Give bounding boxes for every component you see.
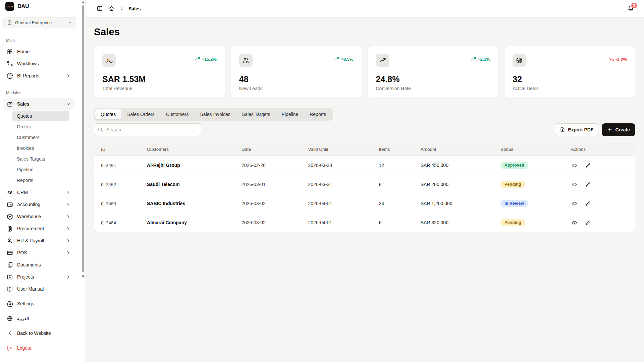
sidebar-item-projects[interactable]: Projects: [3, 271, 74, 283]
sidebar-item-crm[interactable]: CRM: [3, 186, 74, 198]
quote-date: 2026-03-02: [235, 194, 301, 213]
view-button[interactable]: [571, 200, 578, 207]
scrollbar-up-arrow[interactable]: [82, 1, 85, 3]
tab-pipeline[interactable]: Pipeline: [276, 109, 304, 119]
tab-sales-invoices[interactable]: Sales Invoices: [195, 109, 236, 119]
tab-sales-targets[interactable]: Sales Targets: [236, 109, 276, 119]
create-button[interactable]: Create: [602, 123, 635, 136]
edit-button[interactable]: [585, 162, 592, 169]
sidebar-item-home[interactable]: Home: [3, 46, 74, 58]
sidebar-item-accounting[interactable]: Accounting: [3, 198, 74, 210]
page-content: Sales ريال +15.2% SAR 1.53M Total Revenu…: [86, 17, 644, 232]
sidebar-item-documents[interactable]: Documents: [3, 259, 74, 271]
edit-button[interactable]: [585, 219, 592, 226]
toolbar: Export PDF Create: [94, 123, 635, 136]
quote-customer: Almarai Company: [140, 213, 235, 232]
submenu-item-quotes[interactable]: Quotes: [12, 111, 69, 121]
sidebar-item-procurement[interactable]: Procurement: [3, 223, 74, 235]
sidebar-item-sales[interactable]: Sales: [3, 98, 74, 110]
tab-reports[interactable]: Reports: [304, 109, 331, 119]
sidebar-item-pos[interactable]: POS: [3, 247, 74, 259]
wallet-icon: [7, 201, 13, 208]
home-breadcrumb-button[interactable]: [108, 5, 115, 12]
clipboard-icon: [7, 226, 13, 232]
chevron-right-icon: [66, 214, 71, 219]
notifications-button[interactable]: 3: [628, 5, 634, 12]
chevron-right-icon: [66, 73, 71, 78]
sidebar-item-label: HR & Payroll: [17, 238, 44, 243]
stat-card-new-leads: +8.5% 48 New Leads: [231, 46, 362, 98]
sidebar-toggle-button[interactable]: [96, 5, 104, 12]
sidebar-item-bi-reports[interactable]: BI Reports: [3, 70, 74, 82]
quote-valid-until: 2026-04-01: [301, 213, 372, 232]
export-pdf-button[interactable]: Export PDF: [555, 123, 598, 136]
view-button[interactable]: [571, 181, 578, 188]
copy-icon: [7, 262, 13, 268]
view-button[interactable]: [571, 162, 578, 169]
quote-customer: SABIC Industries: [140, 194, 235, 213]
submenu-item-orders[interactable]: Orders: [12, 121, 69, 132]
view-button[interactable]: [571, 219, 578, 226]
sidebar-item-warehouse[interactable]: Warehouse: [3, 210, 74, 223]
trend-indicator: +2.1%: [471, 57, 490, 62]
submenu-item-sales-targets[interactable]: Sales Targets: [12, 154, 69, 164]
quote-amount: SAR 450,000: [414, 156, 494, 175]
back-to-website-link[interactable]: Back to Website: [3, 327, 74, 339]
chevron-down-icon: [66, 102, 71, 107]
stat-card-total-revenue: ريال +15.2% SAR 1.53M Total Revenue: [94, 46, 225, 98]
pie-chart-icon: [7, 73, 13, 79]
sidebar-item-hr-payroll[interactable]: HR & Payroll: [3, 235, 74, 247]
shopping-bag-icon: [7, 101, 13, 107]
column-header-customers: Customers: [140, 143, 235, 156]
company-selector[interactable]: General Enterprise: [3, 17, 76, 28]
quotes-table: ID Customers Date Valid Until Items Amou…: [94, 143, 635, 232]
sidebar-item-label: Procurement: [17, 226, 44, 231]
sidebar-scrollbar[interactable]: [81, 0, 85, 284]
edit-button[interactable]: [585, 200, 592, 207]
scrollbar-down-arrow[interactable]: [82, 276, 85, 278]
sidebar-item-label: Projects: [17, 274, 34, 280]
tab-customers[interactable]: Customers: [161, 109, 194, 119]
submenu-item-pipeline[interactable]: Pipeline: [12, 164, 69, 175]
tab-quotes[interactable]: Quotes: [95, 109, 121, 119]
sidebar-item-label: Workflows: [17, 61, 39, 66]
stat-value: 24.8%: [376, 74, 490, 84]
quote-amount: SAR 280,000: [414, 175, 494, 194]
pencil-icon: [585, 201, 591, 206]
eye-icon: [572, 182, 577, 187]
chevron-left-icon: [7, 330, 13, 337]
building-icon: [7, 20, 12, 25]
table-row: Q-2404 Almarai Company 2026-03-02 2026-0…: [94, 213, 635, 232]
tab-sales-orders[interactable]: Sales Orders: [122, 109, 160, 119]
quote-items: 8: [372, 175, 414, 194]
sidebar-footer: User Manual Settings العربية Back to Web…: [0, 283, 86, 362]
submenu-item-customers[interactable]: Customers: [12, 132, 69, 143]
submenu-item-invoices[interactable]: Invoices: [12, 143, 69, 154]
stat-label: Active Deals: [513, 86, 627, 91]
sidebar-item-workflows[interactable]: Workflows: [3, 58, 74, 70]
chevron-right-icon: [66, 190, 71, 195]
trend-indicator: +8.5%: [334, 57, 353, 62]
logout-button[interactable]: Logout: [3, 342, 74, 354]
quote-valid-until: 2026-04-01: [301, 194, 372, 213]
company-name: General Enterprise: [15, 20, 52, 25]
scrollbar-thumb[interactable]: [82, 5, 84, 272]
stat-label: New Leads: [239, 86, 354, 91]
quote-date: 2026-03-02: [235, 213, 301, 232]
chevron-right-icon: [66, 202, 71, 207]
submenu-item-reports[interactable]: Reports: [12, 175, 69, 186]
table-row: Q-2402 Saudi Telecom 2026-03-01 2026-03-…: [94, 175, 635, 194]
search-input[interactable]: [94, 123, 201, 136]
search-box: [94, 123, 201, 136]
sidebar-item-language-arabic[interactable]: العربية: [3, 312, 74, 324]
section-label-main: Main: [6, 38, 71, 43]
chevron-right-icon: [66, 275, 71, 280]
topbar: Sales 3: [86, 0, 644, 17]
sidebar-item-settings[interactable]: Settings: [3, 298, 74, 310]
footer-item-label: العربية: [17, 316, 29, 321]
quote-items: 24: [372, 194, 414, 213]
sidebar-item-user-manual[interactable]: User Manual: [3, 283, 74, 295]
sales-submenu: Quotes Orders Customers Invoices Sales T…: [9, 111, 69, 186]
sidebar-nav: Main Home Workflows BI Reports Modules S…: [0, 29, 86, 283]
edit-button[interactable]: [585, 181, 592, 188]
